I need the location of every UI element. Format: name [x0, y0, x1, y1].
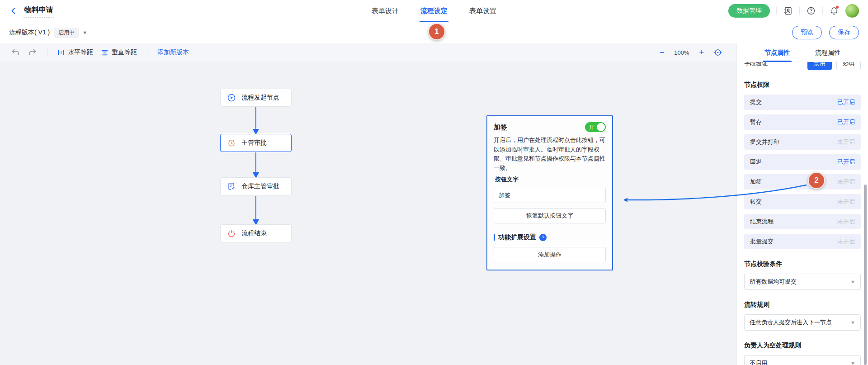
tab-form-setting[interactable]: 表单设置: [469, 0, 496, 22]
empty-owner-rule-value: 不启用: [750, 359, 767, 365]
add-version-link[interactable]: 添加新版本: [157, 48, 189, 57]
button-text-label: 按钮文字: [494, 175, 606, 184]
divider: [47, 49, 47, 56]
validation-value: 所有数据均可提交: [750, 278, 797, 286]
fit-view-icon[interactable]: [714, 48, 722, 57]
add-action-button[interactable]: 添加操作: [494, 247, 606, 262]
flow-rule-title: 流转规则: [744, 301, 861, 309]
flow-node-label: 主管审批: [241, 139, 267, 147]
notification-bell-icon[interactable]: [829, 6, 839, 16]
flow-node-end[interactable]: 流程结束: [220, 224, 292, 242]
tab-node-properties[interactable]: 节点属性: [764, 43, 790, 62]
permission-label: 结束流程: [750, 218, 774, 226]
toolbar-left-group: 水平等距 垂直等距 添加新版本: [11, 48, 189, 57]
permission-row-return[interactable]: 回退 已开启: [744, 154, 861, 170]
extension-title: 功能扩展设置: [498, 233, 536, 242]
flow-canvas[interactable]: 流程发起节点 主管审批: [0, 62, 736, 365]
redo-icon[interactable]: [28, 48, 37, 57]
field-permission-row-clipped: 字段验证 禁用 必填: [744, 62, 861, 70]
power-icon: [227, 229, 236, 237]
toggle-knob: [597, 123, 605, 131]
permission-status: 未开启: [837, 198, 855, 206]
sidebar-scrollbar[interactable]: [864, 185, 867, 365]
flow-node-start[interactable]: 流程发起节点: [220, 89, 292, 107]
permission-status: 未开启: [837, 237, 855, 246]
flow-editor: 水平等距 垂直等距 添加新版本 − 100% +: [0, 43, 736, 365]
flow-rule-value: 任意负责人提交后进入下一节点: [750, 318, 832, 327]
play-circle-icon: [227, 94, 236, 102]
restore-default-button[interactable]: 恢复默认按钮文字: [494, 208, 606, 223]
annotation-badge-1: 1: [428, 23, 445, 40]
sidebar-content: 字段验证 禁用 必填 节点权限 提交 已开启 暂存 已开启 提交并打印 未开启: [737, 62, 868, 365]
field-label: 字段验证: [744, 62, 803, 67]
permission-row-submit-print[interactable]: 提交并打印 未开启: [744, 134, 861, 150]
permission-status: 未开启: [837, 178, 855, 186]
countersign-toggle[interactable]: 开: [585, 122, 606, 132]
extension-section-header: 功能扩展设置 ?: [494, 233, 606, 242]
permission-status: 未开启: [837, 138, 855, 146]
flow-node-label: 仓库主管审批: [241, 182, 279, 190]
top-header: 物料申请 表单设计 流程设定 表单设置 数据管理: [0, 0, 868, 22]
popup-description: 开启后，用户在处理流程时点击此按钮，可以添加临时审批人。临时审批人的字段权限、审…: [494, 136, 606, 173]
zoom-in-button[interactable]: +: [699, 48, 704, 57]
doc-edit-icon: [227, 182, 236, 190]
address-book-icon[interactable]: [783, 6, 793, 16]
empty-owner-rule-select[interactable]: 不启用 ▼: [744, 355, 861, 365]
permission-status: 已开启: [837, 118, 855, 126]
data-manage-button[interactable]: 数据管理: [728, 4, 770, 18]
header-tabs: 表单设计 流程设定 表单设置: [372, 0, 496, 22]
header-right: 数据管理: [728, 4, 859, 18]
help-icon[interactable]: [806, 6, 816, 16]
permission-status: 未开启: [837, 218, 855, 226]
divider: [776, 7, 777, 14]
version-status-badge: 启用中: [54, 28, 79, 38]
chevron-down-icon[interactable]: ▼: [82, 30, 87, 35]
field-option-disable[interactable]: 禁用: [807, 62, 832, 70]
preview-button[interactable]: 预览: [792, 26, 822, 39]
page-title[interactable]: 物料申请: [24, 5, 54, 18]
flow-rule-select[interactable]: 任意负责人提交后进入下一节点 ▼: [744, 314, 861, 331]
validation-select[interactable]: 所有数据均可提交 ▼: [744, 274, 861, 290]
vertical-spacing-button[interactable]: 垂直等距: [101, 48, 137, 57]
avatar[interactable]: [845, 4, 859, 18]
permission-label: 暂存: [750, 118, 762, 126]
header-left: 物料申请: [9, 5, 54, 18]
chevron-down-icon: ▼: [850, 279, 855, 284]
button-text-input[interactable]: [494, 188, 606, 203]
workspace: 水平等距 垂直等距 添加新版本 − 100% +: [0, 43, 868, 365]
version-label: 流程版本( V1 ): [9, 28, 50, 37]
permission-label: 回退: [750, 158, 762, 166]
section-bar: [494, 234, 495, 241]
horizontal-spacing-button[interactable]: 水平等距: [57, 48, 93, 57]
permission-row-transfer[interactable]: 转交 未开启: [744, 194, 861, 209]
clock-icon: [227, 139, 236, 147]
permission-row-countersign[interactable]: 加签 未开启: [744, 174, 861, 190]
flow-node-warehouse-approval[interactable]: 仓库主管审批: [220, 177, 292, 195]
properties-sidebar: 节点属性 流程属性 字段验证 禁用 必填 节点权限 提交 已开启 暂存 已开启: [736, 43, 868, 365]
permission-row-batch-submit[interactable]: 批量提交 未开启: [744, 234, 861, 249]
permission-row-end-flow[interactable]: 结束流程 未开启: [744, 214, 861, 229]
tab-flow-setting[interactable]: 流程设定: [420, 0, 448, 22]
permission-status: 已开启: [837, 158, 855, 166]
zoom-level: 100%: [674, 49, 689, 56]
undo-icon[interactable]: [11, 48, 20, 57]
flow-node-label: 流程发起节点: [241, 94, 279, 102]
flow-node-label: 流程结束: [241, 229, 267, 237]
horizontal-spacing-label: 水平等距: [68, 48, 93, 57]
annotation-badge-2: 2: [808, 172, 825, 189]
tab-form-design[interactable]: 表单设计: [372, 0, 399, 22]
tab-flow-properties[interactable]: 流程属性: [815, 43, 840, 62]
version-bar-actions: 预览 保存: [792, 26, 859, 39]
back-icon[interactable]: [9, 6, 18, 15]
horizontal-spacing-icon: [57, 49, 65, 56]
vertical-spacing-icon: [101, 49, 108, 56]
permission-row-submit[interactable]: 提交 已开启: [744, 95, 861, 110]
save-button[interactable]: 保存: [829, 26, 859, 39]
countersign-settings-popup: 加签 开 开启后，用户在处理流程时点击此按钮，可以添加临时审批人。临时审批人的字…: [486, 115, 613, 270]
question-icon[interactable]: ?: [539, 234, 547, 241]
flow-node-manager-approval[interactable]: 主管审批: [220, 134, 292, 152]
permission-row-save-draft[interactable]: 暂存 已开启: [744, 114, 861, 130]
field-option-required[interactable]: 必填: [836, 62, 861, 70]
zoom-out-button[interactable]: −: [660, 48, 665, 57]
toolbar-zoom-group: − 100% +: [660, 48, 722, 57]
